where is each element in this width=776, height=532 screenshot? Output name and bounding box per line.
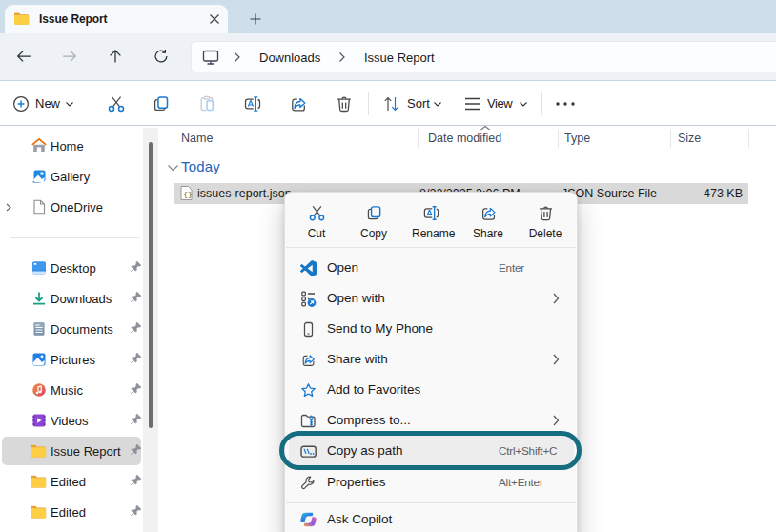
svg-text:{}: {} (183, 190, 193, 198)
